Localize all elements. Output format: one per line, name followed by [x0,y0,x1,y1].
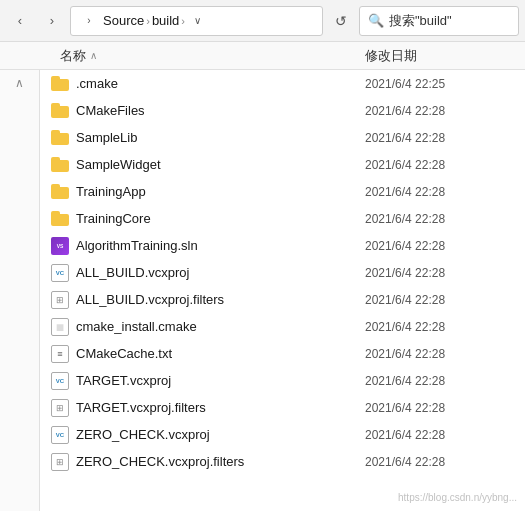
list-item[interactable]: .cmake2021/6/4 22:25 [40,70,525,97]
forward-button[interactable]: › [38,7,66,35]
file-name: ALL_BUILD.vcxproj [76,265,365,280]
file-name: TrainingApp [76,184,365,199]
list-item[interactable]: VCALL_BUILD.vcxproj2021/6/4 22:28 [40,259,525,286]
column-header: 名称 ∧ 修改日期 [0,42,525,70]
folder-icon [50,74,70,94]
filters-icon: ⊞ [50,452,70,472]
search-text: 搜索"build" [389,12,452,30]
col-name-label: 名称 [60,47,86,65]
breadcrumb-source[interactable]: Source [103,13,144,28]
list-item[interactable]: SampleLib2021/6/4 22:28 [40,124,525,151]
file-name: SampleLib [76,130,365,145]
filters-icon: ⊞ [50,290,70,310]
list-item[interactable]: TrainingApp2021/6/4 22:28 [40,178,525,205]
folder-icon [50,128,70,148]
back-button[interactable]: ‹ [6,7,34,35]
file-name: CMakeCache.txt [76,346,365,361]
col-name-header[interactable]: 名称 ∧ [60,47,365,65]
file-name: .cmake [76,76,365,91]
file-name: ZERO_CHECK.vcxproj [76,427,365,442]
list-item[interactable]: CMakeFiles2021/6/4 22:28 [40,97,525,124]
file-list: .cmake2021/6/4 22:25CMakeFiles2021/6/4 2… [40,70,525,511]
file-date: 2021/6/4 22:28 [365,239,525,253]
file-date: 2021/6/4 22:28 [365,104,525,118]
list-item[interactable]: ■cmake_install.cmake2021/6/4 22:28 [40,313,525,340]
list-item[interactable]: VSAlgorithmTraining.sln2021/6/4 22:28 [40,232,525,259]
file-date: 2021/6/4 22:28 [365,320,525,334]
folder-icon [50,182,70,202]
folder-icon [50,101,70,121]
refresh-button[interactable]: ↺ [327,7,355,35]
collapse-arrow[interactable]: ∧ [13,74,26,92]
list-item[interactable]: ⊞ALL_BUILD.vcxproj.filters2021/6/4 22:28 [40,286,525,313]
cmake-icon: ■ [50,317,70,337]
file-date: 2021/6/4 22:25 [365,77,525,91]
list-item[interactable]: VCTARGET.vcxproj2021/6/4 22:28 [40,367,525,394]
title-bar: ‹ › › Source › build › ∨ ↺ 🔍 搜索"build" [0,0,525,42]
breadcrumb-dropdown-arrow[interactable]: ∨ [187,7,207,35]
vcxproj-icon: VC [50,425,70,445]
breadcrumb-build[interactable]: build [152,13,179,28]
list-item[interactable]: ≡CMakeCache.txt2021/6/4 22:28 [40,340,525,367]
file-date: 2021/6/4 22:28 [365,347,525,361]
main-area: ∧ .cmake2021/6/4 22:25CMakeFiles2021/6/4… [0,70,525,511]
file-name: ZERO_CHECK.vcxproj.filters [76,454,365,469]
folder-icon [50,155,70,175]
file-date: 2021/6/4 22:28 [365,455,525,469]
sln-icon: VS [50,236,70,256]
col-sort-icon: ∧ [90,50,97,61]
file-date: 2021/6/4 22:28 [365,131,525,145]
folder-icon [50,209,70,229]
file-name: ALL_BUILD.vcxproj.filters [76,292,365,307]
file-date: 2021/6/4 22:28 [365,266,525,280]
vcxproj-icon: VC [50,371,70,391]
search-icon: 🔍 [368,13,384,28]
col-date-header[interactable]: 修改日期 [365,47,525,65]
list-item[interactable]: SampleWidget2021/6/4 22:28 [40,151,525,178]
file-name: TARGET.vcxproj.filters [76,400,365,415]
file-name: CMakeFiles [76,103,365,118]
file-date: 2021/6/4 22:28 [365,293,525,307]
file-date: 2021/6/4 22:28 [365,428,525,442]
file-date: 2021/6/4 22:28 [365,401,525,415]
list-item[interactable]: ⊞ZERO_CHECK.vcxproj.filters2021/6/4 22:2… [40,448,525,475]
left-nav: ∧ [0,70,40,511]
breadcrumb-bar: › Source › build › ∨ [70,6,323,36]
file-name: TARGET.vcxproj [76,373,365,388]
filters-icon: ⊞ [50,398,70,418]
breadcrumb-sep2: › [146,15,150,27]
list-item[interactable]: TrainingCore2021/6/4 22:28 [40,205,525,232]
file-date: 2021/6/4 22:28 [365,185,525,199]
search-bar[interactable]: 🔍 搜索"build" [359,6,519,36]
vcxproj-icon: VC [50,263,70,283]
txt-icon: ≡ [50,344,70,364]
list-item[interactable]: VCZERO_CHECK.vcxproj2021/6/4 22:28 [40,421,525,448]
breadcrumb-sep3: › [181,15,185,27]
breadcrumb-root-dropdown[interactable]: › [79,7,99,35]
file-date: 2021/6/4 22:28 [365,374,525,388]
file-name: cmake_install.cmake [76,319,365,334]
list-item[interactable]: ⊞TARGET.vcxproj.filters2021/6/4 22:28 [40,394,525,421]
file-name: TrainingCore [76,211,365,226]
file-date: 2021/6/4 22:28 [365,212,525,226]
file-name: AlgorithmTraining.sln [76,238,365,253]
file-date: 2021/6/4 22:28 [365,158,525,172]
file-name: SampleWidget [76,157,365,172]
